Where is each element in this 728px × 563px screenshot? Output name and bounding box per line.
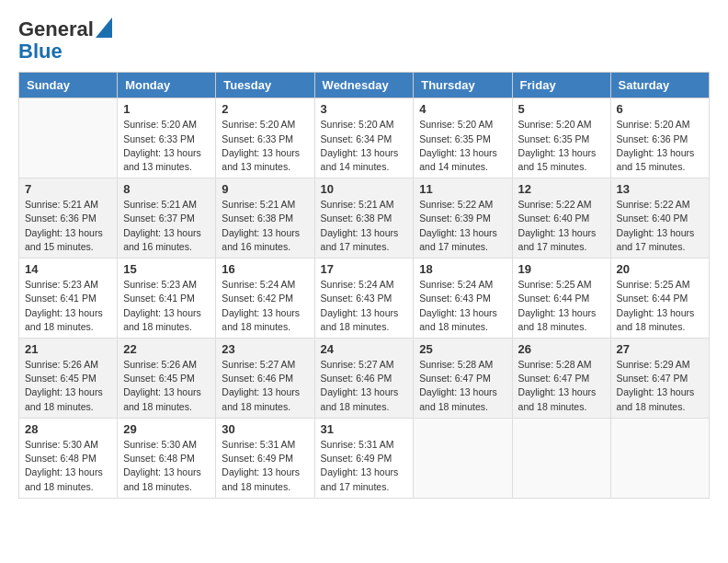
day-number: 11 [419, 182, 506, 196]
day-number: 17 [321, 262, 408, 276]
day-cell: 1Sunrise: 5:20 AMSunset: 6:33 PMDaylight… [118, 98, 216, 178]
day-number: 19 [518, 262, 605, 276]
day-number: 27 [617, 342, 703, 356]
day-cell: 20Sunrise: 5:25 AMSunset: 6:44 PMDayligh… [610, 259, 709, 339]
day-cell: 16Sunrise: 5:24 AMSunset: 6:42 PMDayligh… [216, 259, 314, 339]
day-info: Sunrise: 5:28 AMSunset: 6:47 PMDaylight:… [419, 358, 506, 414]
day-cell: 2Sunrise: 5:20 AMSunset: 6:33 PMDaylight… [216, 98, 314, 178]
day-number: 5 [518, 102, 605, 116]
weekday-header-thursday: Thursday [414, 73, 512, 98]
day-info: Sunrise: 5:20 AMSunset: 6:34 PMDaylight:… [321, 118, 408, 174]
week-row-5: 28Sunrise: 5:30 AMSunset: 6:48 PMDayligh… [19, 418, 710, 498]
day-info: Sunrise: 5:31 AMSunset: 6:49 PMDaylight:… [222, 438, 308, 494]
day-info: Sunrise: 5:22 AMSunset: 6:40 PMDaylight:… [518, 198, 605, 254]
day-cell: 21Sunrise: 5:26 AMSunset: 6:45 PMDayligh… [19, 339, 118, 419]
day-cell: 11Sunrise: 5:22 AMSunset: 6:39 PMDayligh… [414, 178, 512, 259]
day-number: 3 [321, 102, 408, 116]
day-info: Sunrise: 5:20 AMSunset: 6:35 PMDaylight:… [419, 118, 506, 174]
day-info: Sunrise: 5:28 AMSunset: 6:47 PMDaylight:… [518, 358, 605, 414]
day-cell: 12Sunrise: 5:22 AMSunset: 6:40 PMDayligh… [512, 178, 610, 259]
day-number: 25 [419, 342, 506, 356]
day-number: 30 [222, 422, 308, 436]
day-cell: 4Sunrise: 5:20 AMSunset: 6:35 PMDaylight… [414, 98, 512, 178]
calendar-table: SundayMondayTuesdayWednesdayThursdayFrid… [18, 72, 710, 498]
day-cell: 27Sunrise: 5:29 AMSunset: 6:47 PMDayligh… [610, 339, 709, 419]
weekday-header-saturday: Saturday [610, 73, 709, 98]
day-number: 13 [617, 182, 703, 196]
day-info: Sunrise: 5:27 AMSunset: 6:46 PMDaylight:… [222, 358, 308, 414]
day-info: Sunrise: 5:27 AMSunset: 6:46 PMDaylight:… [321, 358, 408, 414]
day-info: Sunrise: 5:26 AMSunset: 6:45 PMDaylight:… [25, 358, 111, 414]
day-info: Sunrise: 5:20 AMSunset: 6:33 PMDaylight:… [123, 118, 210, 174]
day-number: 2 [222, 102, 308, 116]
day-number: 23 [222, 342, 308, 356]
day-cell: 25Sunrise: 5:28 AMSunset: 6:47 PMDayligh… [414, 339, 512, 419]
day-info: Sunrise: 5:21 AMSunset: 6:37 PMDaylight:… [123, 198, 210, 254]
day-number: 4 [419, 102, 506, 116]
day-number: 26 [518, 342, 605, 356]
day-cell: 22Sunrise: 5:26 AMSunset: 6:45 PMDayligh… [118, 339, 216, 419]
day-number: 20 [617, 262, 703, 276]
day-cell: 14Sunrise: 5:23 AMSunset: 6:41 PMDayligh… [19, 259, 118, 339]
day-cell: 24Sunrise: 5:27 AMSunset: 6:46 PMDayligh… [314, 339, 414, 419]
day-number: 1 [123, 102, 210, 116]
day-info: Sunrise: 5:22 AMSunset: 6:39 PMDaylight:… [419, 198, 506, 254]
week-row-2: 7Sunrise: 5:21 AMSunset: 6:36 PMDaylight… [19, 178, 710, 259]
logo-icon [96, 17, 112, 38]
day-info: Sunrise: 5:25 AMSunset: 6:44 PMDaylight:… [617, 278, 703, 334]
day-number: 10 [321, 182, 408, 196]
day-info: Sunrise: 5:21 AMSunset: 6:38 PMDaylight:… [321, 198, 408, 254]
day-info: Sunrise: 5:22 AMSunset: 6:40 PMDaylight:… [617, 198, 703, 254]
day-number: 29 [123, 422, 210, 436]
day-info: Sunrise: 5:21 AMSunset: 6:36 PMDaylight:… [25, 198, 111, 254]
svg-marker-0 [96, 17, 112, 38]
day-cell: 26Sunrise: 5:28 AMSunset: 6:47 PMDayligh… [512, 339, 610, 419]
day-cell: 29Sunrise: 5:30 AMSunset: 6:48 PMDayligh… [118, 418, 216, 498]
day-cell: 30Sunrise: 5:31 AMSunset: 6:49 PMDayligh… [216, 418, 314, 498]
day-info: Sunrise: 5:31 AMSunset: 6:49 PMDaylight:… [321, 438, 408, 494]
day-cell [512, 418, 610, 498]
logo-general: General [18, 18, 94, 40]
day-info: Sunrise: 5:30 AMSunset: 6:48 PMDaylight:… [123, 438, 210, 494]
day-number: 7 [25, 182, 111, 196]
day-cell [414, 418, 512, 498]
weekday-header-sunday: Sunday [19, 73, 118, 98]
day-info: Sunrise: 5:24 AMSunset: 6:42 PMDaylight:… [222, 278, 308, 334]
day-cell: 28Sunrise: 5:30 AMSunset: 6:48 PMDayligh… [19, 418, 118, 498]
day-info: Sunrise: 5:20 AMSunset: 6:33 PMDaylight:… [222, 118, 308, 174]
day-number: 16 [222, 262, 308, 276]
week-row-3: 14Sunrise: 5:23 AMSunset: 6:41 PMDayligh… [19, 259, 710, 339]
weekday-header-friday: Friday [512, 73, 610, 98]
day-info: Sunrise: 5:24 AMSunset: 6:43 PMDaylight:… [321, 278, 408, 334]
day-info: Sunrise: 5:29 AMSunset: 6:47 PMDaylight:… [617, 358, 703, 414]
day-cell: 8Sunrise: 5:21 AMSunset: 6:37 PMDaylight… [118, 178, 216, 259]
day-info: Sunrise: 5:25 AMSunset: 6:44 PMDaylight:… [518, 278, 605, 334]
day-number: 24 [321, 342, 408, 356]
weekday-header-tuesday: Tuesday [216, 73, 314, 98]
weekday-header-monday: Monday [118, 73, 216, 98]
day-cell: 13Sunrise: 5:22 AMSunset: 6:40 PMDayligh… [610, 178, 709, 259]
day-info: Sunrise: 5:20 AMSunset: 6:36 PMDaylight:… [617, 118, 703, 174]
weekday-header-row: SundayMondayTuesdayWednesdayThursdayFrid… [19, 73, 710, 98]
page-header: General Blue [18, 18, 710, 63]
day-info: Sunrise: 5:30 AMSunset: 6:48 PMDaylight:… [25, 438, 111, 494]
day-cell: 6Sunrise: 5:20 AMSunset: 6:36 PMDaylight… [610, 98, 709, 178]
day-cell [610, 418, 709, 498]
day-cell: 15Sunrise: 5:23 AMSunset: 6:41 PMDayligh… [118, 259, 216, 339]
day-info: Sunrise: 5:24 AMSunset: 6:43 PMDaylight:… [419, 278, 506, 334]
day-number: 14 [25, 262, 111, 276]
day-cell: 9Sunrise: 5:21 AMSunset: 6:38 PMDaylight… [216, 178, 314, 259]
day-number: 22 [123, 342, 210, 356]
day-info: Sunrise: 5:21 AMSunset: 6:38 PMDaylight:… [222, 198, 308, 254]
day-number: 6 [617, 102, 703, 116]
day-number: 15 [123, 262, 210, 276]
week-row-4: 21Sunrise: 5:26 AMSunset: 6:45 PMDayligh… [19, 339, 710, 419]
day-number: 8 [123, 182, 210, 196]
week-row-1: 1Sunrise: 5:20 AMSunset: 6:33 PMDaylight… [19, 98, 710, 178]
day-cell: 31Sunrise: 5:31 AMSunset: 6:49 PMDayligh… [314, 418, 414, 498]
day-info: Sunrise: 5:26 AMSunset: 6:45 PMDaylight:… [123, 358, 210, 414]
day-cell: 5Sunrise: 5:20 AMSunset: 6:35 PMDaylight… [512, 98, 610, 178]
day-cell: 19Sunrise: 5:25 AMSunset: 6:44 PMDayligh… [512, 259, 610, 339]
day-number: 28 [25, 422, 111, 436]
day-number: 12 [518, 182, 605, 196]
